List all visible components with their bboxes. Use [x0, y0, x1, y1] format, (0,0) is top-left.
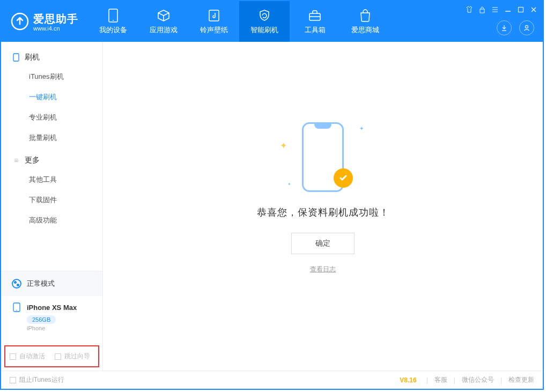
tab-label: 爱思商城	[351, 25, 379, 35]
shield-sync-icon	[258, 8, 271, 23]
footer-link-update[interactable]: 检查更新	[508, 375, 534, 384]
separator: |	[454, 376, 455, 384]
svg-rect-6	[519, 8, 523, 12]
device-capacity: 256GB	[27, 315, 56, 324]
ok-button[interactable]: 确定	[291, 233, 355, 254]
svg-point-7	[526, 26, 528, 28]
separator: |	[426, 376, 428, 384]
svg-point-10	[16, 310, 17, 311]
mode-label: 正常模式	[27, 279, 55, 289]
sidebar-scroll: 刷机 iTunes刷机 一键刷机 专业刷机 批量刷机 ≡ 更多 其他工具 下载固…	[1, 42, 102, 271]
minimize-icon[interactable]	[504, 6, 512, 13]
sidebar-bottom: 正常模式 iPhone XS Max 256GB iPhone 自动激活 跳过向…	[1, 271, 102, 371]
checkbox-icon	[55, 353, 61, 360]
app-window: 爱思助手 www.i4.cn 我的设备 应用游戏 铃声壁纸 智能刷机	[0, 0, 544, 390]
main-content: ✦ ✦ ✦ 恭喜您，保资料刷机成功啦！ 确定 查看日志	[103, 42, 543, 371]
body: 刷机 iTunes刷机 一键刷机 专业刷机 批量刷机 ≡ 更多 其他工具 下载固…	[1, 42, 543, 371]
close-icon[interactable]	[530, 6, 537, 13]
sidebar-item-batch-flash[interactable]: 批量刷机	[1, 128, 102, 148]
tab-label: 智能刷机	[250, 25, 278, 35]
view-log-link[interactable]: 查看日志	[310, 265, 336, 274]
footer-right: V8.16 | 客服 | 微信公众号 | 检查更新	[400, 375, 534, 384]
shirt-icon[interactable]	[466, 6, 473, 13]
checkbox-label: 阻止iTunes运行	[19, 375, 64, 384]
list-icon: ≡	[12, 156, 20, 165]
tab-label: 我的设备	[99, 25, 127, 35]
sparkle-icon: ✦	[287, 182, 291, 187]
sidebar-group-title: 更多	[25, 156, 40, 165]
device-small-icon	[12, 302, 21, 312]
mode-row[interactable]: 正常模式	[1, 271, 102, 296]
footer-link-support[interactable]: 客服	[434, 375, 447, 384]
header-actions	[497, 20, 534, 35]
sidebar-group-flash: 刷机	[1, 45, 102, 66]
app-subtitle: www.i4.cn	[33, 25, 78, 32]
sparkle-icon: ✦	[280, 140, 287, 151]
user-icon[interactable]	[519, 20, 534, 35]
svg-point-2	[113, 20, 114, 21]
checkbox-icon	[10, 377, 16, 383]
mode-icon	[12, 279, 21, 289]
tab-label: 应用游戏	[150, 25, 178, 35]
checkbox-auto-activate[interactable]: 自动激活	[10, 352, 45, 361]
window-controls	[466, 4, 537, 15]
footer-link-wechat[interactable]: 微信公众号	[462, 375, 494, 384]
tab-smart-flash[interactable]: 智能刷机	[239, 1, 290, 42]
device-icon	[108, 8, 118, 23]
version-label: V8.16	[400, 376, 416, 384]
checkbox-label: 跳过向导	[64, 352, 90, 361]
sidebar-item-download-firmware[interactable]: 下载固件	[1, 190, 102, 210]
footer: 阻止iTunes运行 V8.16 | 客服 | 微信公众号 | 检查更新	[1, 371, 543, 389]
lock-icon[interactable]	[478, 6, 486, 13]
music-file-icon	[208, 8, 220, 23]
checkbox-icon	[10, 353, 16, 360]
svg-rect-5	[480, 9, 484, 13]
bag-icon	[359, 8, 371, 23]
sidebar-item-other-tools[interactable]: 其他工具	[1, 169, 102, 190]
sidebar-item-pro-flash[interactable]: 专业刷机	[1, 107, 102, 128]
tab-store[interactable]: 爱思商城	[340, 1, 390, 42]
toolbox-icon	[308, 8, 321, 23]
checkbox-skip-guide[interactable]: 跳过向导	[55, 352, 90, 361]
header-right	[466, 1, 543, 42]
sidebar-item-oneclick-flash[interactable]: 一键刷机	[1, 87, 102, 107]
device-row[interactable]: iPhone XS Max 256GB iPhone	[1, 296, 102, 337]
tab-label: 铃声壁纸	[200, 25, 228, 35]
tab-apps-games[interactable]: 应用游戏	[138, 1, 189, 42]
cube-icon	[157, 8, 170, 23]
sidebar: 刷机 iTunes刷机 一键刷机 专业刷机 批量刷机 ≡ 更多 其他工具 下载固…	[1, 42, 103, 371]
sidebar-group-more: ≡ 更多	[1, 148, 102, 169]
svg-rect-8	[13, 54, 19, 61]
highlight-box: 自动激活 跳过向导	[4, 345, 99, 367]
sidebar-group-title: 刷机	[25, 53, 40, 62]
header: 爱思助手 www.i4.cn 我的设备 应用游戏 铃声壁纸 智能刷机	[1, 1, 543, 42]
success-illustration: ✦ ✦ ✦	[269, 117, 377, 197]
checkbox-label: 自动激活	[19, 352, 45, 361]
sidebar-item-itunes-flash[interactable]: iTunes刷机	[1, 66, 102, 87]
device-type: iPhone	[27, 325, 92, 331]
tab-label: 工具箱	[305, 25, 326, 35]
tab-ringtone-wallpaper[interactable]: 铃声壁纸	[189, 1, 239, 42]
device-name: iPhone XS Max	[27, 304, 77, 312]
tab-my-device[interactable]: 我的设备	[88, 1, 138, 42]
sparkle-icon: ✦	[359, 125, 364, 131]
tab-toolbox[interactable]: 工具箱	[290, 1, 340, 42]
sidebar-item-advanced[interactable]: 高级功能	[1, 210, 102, 231]
logo: 爱思助手 www.i4.cn	[1, 1, 88, 42]
separator: |	[500, 376, 502, 384]
logo-icon	[11, 12, 29, 31]
check-badge-icon	[334, 168, 353, 188]
menu-icon[interactable]	[491, 6, 499, 13]
header-tabs: 我的设备 应用游戏 铃声壁纸 智能刷机 工具箱 爱思商城	[88, 1, 390, 42]
checkbox-block-itunes[interactable]: 阻止iTunes运行	[10, 375, 64, 384]
download-icon[interactable]	[497, 20, 512, 35]
app-title: 爱思助手	[33, 12, 78, 26]
success-text: 恭喜您，保资料刷机成功啦！	[257, 206, 389, 219]
phone-small-icon	[12, 53, 20, 62]
maximize-icon[interactable]	[517, 6, 525, 13]
